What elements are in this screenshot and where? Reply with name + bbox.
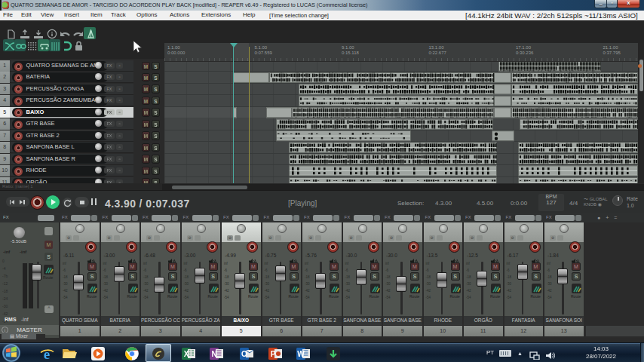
svg-text:P: P [271,350,276,358]
svg-text:N: N [211,350,216,358]
svg-text:X: X [184,350,189,358]
svg-text:O: O [241,350,247,358]
svg-text:W: W [297,350,305,358]
svg-text:e: e [44,346,50,362]
